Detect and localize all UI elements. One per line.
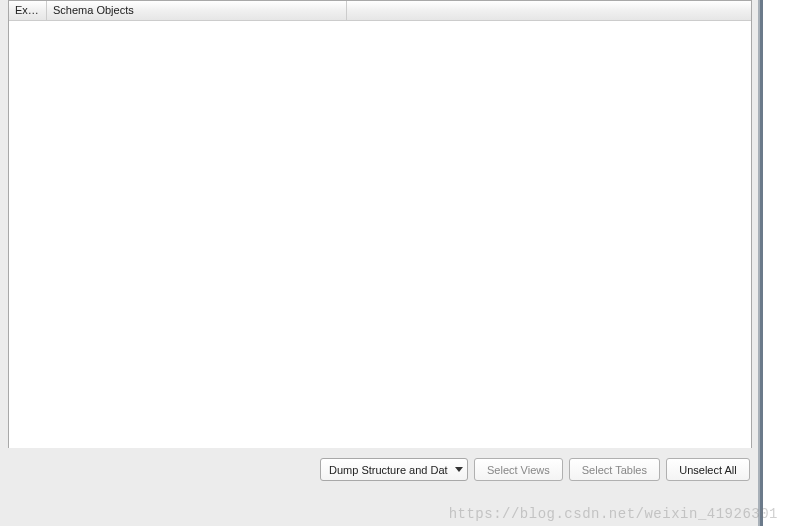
select-views-button[interactable]: Select Views [474,458,563,481]
dump-dropdown-label: Dump Structure and Dat [329,464,448,476]
dump-type-dropdown[interactable]: Dump Structure and Dat [320,458,468,481]
table-header-row: Exp... Schema Objects [9,1,751,21]
column-header-export[interactable]: Exp... [9,1,47,20]
schema-objects-table: Exp... Schema Objects [8,0,752,448]
export-panel: Exp... Schema Objects Dump Structure and… [0,0,760,526]
table-body-empty [9,21,751,448]
right-pane-edge [760,0,786,526]
column-header-schema-objects[interactable]: Schema Objects [47,1,347,20]
select-tables-button[interactable]: Select Tables [569,458,660,481]
unselect-all-button[interactable]: Unselect All [666,458,750,481]
bottom-controls: Dump Structure and Dat Select Views Sele… [8,448,752,481]
chevron-down-icon [455,467,463,472]
column-header-empty[interactable] [347,1,751,20]
